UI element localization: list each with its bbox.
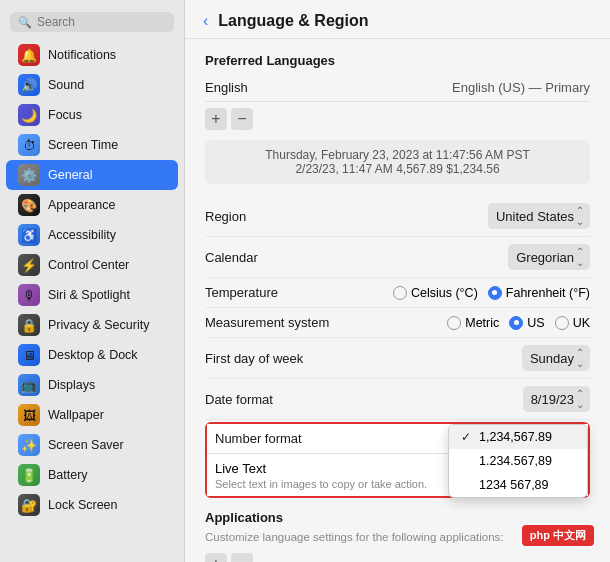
wallpaper-icon: 🖼 [18, 404, 40, 426]
firstday-chevron-icon: ⌃⌄ [576, 347, 584, 369]
checkmark-icon: ✓ [461, 430, 473, 444]
temperature-radio-group: Celsius (°C) Fahrenheit (°F) [393, 286, 590, 300]
accessibility-icon: ♿ [18, 224, 40, 246]
lang-remove-button[interactable]: − [231, 108, 253, 130]
dateformat-select[interactable]: 8/19/23 ⌃⌄ [523, 386, 590, 412]
us-label: US [527, 316, 544, 330]
apps-add-button[interactable]: + [205, 553, 227, 562]
date-preview: Thursday, February 23, 2023 at 11:47:56 … [205, 140, 590, 184]
sidebar: 🔍 🔔Notifications🔊Sound🌙Focus⏱Screen Time… [0, 0, 185, 562]
firstday-value: Sunday [530, 351, 574, 366]
sidebar-item-battery[interactable]: 🔋Battery [6, 460, 178, 490]
siri-icon: 🎙 [18, 284, 40, 306]
sidebar-label-battery: Battery [48, 468, 88, 482]
number-format-dropdown[interactable]: ✓ 1,234,567.89 1.234.567,89 1234 567,89 [448, 424, 588, 498]
sidebar-label-wallpaper: Wallpaper [48, 408, 104, 422]
notifications-icon: 🔔 [18, 44, 40, 66]
preferred-languages-title: Preferred Languages [205, 53, 590, 68]
sidebar-item-displays[interactable]: 📺Displays [6, 370, 178, 400]
sidebar-item-general[interactable]: ⚙️General [6, 160, 178, 190]
dateformat-label: Date format [205, 392, 273, 407]
region-select[interactable]: United States ⌃⌄ [488, 203, 590, 229]
search-input[interactable] [37, 15, 166, 29]
calendar-chevron-icon: ⌃⌄ [576, 246, 584, 268]
celsius-option[interactable]: Celsius (°C) [393, 286, 478, 300]
search-bar[interactable]: 🔍 [10, 12, 174, 32]
screensaver-icon: ✨ [18, 434, 40, 456]
dateformat-row: Date format 8/19/23 ⌃⌄ [205, 379, 590, 420]
sidebar-item-lockscreen[interactable]: 🔐Lock Screen [6, 490, 178, 520]
measurement-row: Measurement system Metric US UK [205, 308, 590, 338]
number-format-label: Number format [215, 431, 302, 446]
sidebar-label-general: General [48, 168, 92, 182]
live-text-label: Live Text [215, 461, 266, 476]
us-option[interactable]: US [509, 316, 544, 330]
language-label: English [205, 80, 248, 95]
language-value: English (US) — Primary [452, 80, 590, 95]
sidebar-item-notifications[interactable]: 🔔Notifications [6, 40, 178, 70]
lang-add-button[interactable]: + [205, 108, 227, 130]
fahrenheit-radio[interactable] [488, 286, 502, 300]
celsius-label: Celsius (°C) [411, 286, 478, 300]
apps-plus-minus: + − [205, 553, 590, 562]
sidebar-label-appearance: Appearance [48, 198, 115, 212]
watermark: php 中文网 [522, 525, 594, 546]
back-button[interactable]: ‹ [201, 12, 210, 30]
region-chevron-icon: ⌃⌄ [576, 205, 584, 227]
main-content: ‹ Language & Region Preferred Languages … [185, 0, 610, 562]
number-option-2[interactable]: 1.234.567,89 [449, 449, 587, 473]
number-option-3[interactable]: 1234 567,89 [449, 473, 587, 497]
sidebar-item-screensaver[interactable]: ✨Screen Saver [6, 430, 178, 460]
dateformat-chevron-icon: ⌃⌄ [576, 388, 584, 410]
sidebar-item-accessibility[interactable]: ♿Accessibility [6, 220, 178, 250]
calendar-label: Calendar [205, 250, 258, 265]
number-option-3-label: 1234 567,89 [479, 478, 549, 492]
sidebar-item-siri[interactable]: 🎙Siri & Spotlight [6, 280, 178, 310]
sidebar-item-sound[interactable]: 🔊Sound [6, 70, 178, 100]
celsius-radio[interactable] [393, 286, 407, 300]
date-preview-line2: 2/23/23, 11:47 AM 4,567.89 $1,234.56 [217, 162, 578, 176]
calendar-select[interactable]: Gregorian ⌃⌄ [508, 244, 590, 270]
us-radio[interactable] [509, 316, 523, 330]
sidebar-item-wallpaper[interactable]: 🖼Wallpaper [6, 400, 178, 430]
content-body: Preferred Languages English English (US)… [185, 39, 610, 562]
uk-radio[interactable] [555, 316, 569, 330]
number-option-2-label: 1.234.567,89 [479, 454, 552, 468]
general-icon: ⚙️ [18, 164, 40, 186]
fahrenheit-option[interactable]: Fahrenheit (°F) [488, 286, 590, 300]
displays-icon: 📺 [18, 374, 40, 396]
measurement-radio-group: Metric US UK [447, 316, 590, 330]
metric-label: Metric [465, 316, 499, 330]
metric-radio[interactable] [447, 316, 461, 330]
date-preview-line1: Thursday, February 23, 2023 at 11:47:56 … [217, 148, 578, 162]
calendar-row: Calendar Gregorian ⌃⌄ [205, 237, 590, 278]
number-option-1[interactable]: ✓ 1,234,567.89 [449, 425, 587, 449]
sidebar-label-sound: Sound [48, 78, 84, 92]
page-title: Language & Region [218, 12, 368, 30]
apps-remove-button[interactable]: − [231, 553, 253, 562]
fahrenheit-label: Fahrenheit (°F) [506, 286, 590, 300]
sidebar-label-controlcenter: Control Center [48, 258, 129, 272]
firstday-row: First day of week Sunday ⌃⌄ [205, 338, 590, 379]
sidebar-item-appearance[interactable]: 🎨Appearance [6, 190, 178, 220]
uk-option[interactable]: UK [555, 316, 590, 330]
metric-option[interactable]: Metric [447, 316, 499, 330]
appearance-icon: 🎨 [18, 194, 40, 216]
firstday-select[interactable]: Sunday ⌃⌄ [522, 345, 590, 371]
temperature-row: Temperature Celsius (°C) Fahrenheit (°F) [205, 278, 590, 308]
sidebar-label-desktop: Desktop & Dock [48, 348, 138, 362]
sidebar-item-desktop[interactable]: 🖥Desktop & Dock [6, 340, 178, 370]
region-row: Region United States ⌃⌄ [205, 196, 590, 237]
battery-icon: 🔋 [18, 464, 40, 486]
sidebar-item-controlcenter[interactable]: ⚡Control Center [6, 250, 178, 280]
sidebar-item-screentime[interactable]: ⏱Screen Time [6, 130, 178, 160]
sidebar-label-notifications: Notifications [48, 48, 116, 62]
sidebar-label-privacy: Privacy & Security [48, 318, 149, 332]
region-label: Region [205, 209, 246, 224]
sidebar-label-screentime: Screen Time [48, 138, 118, 152]
sidebar-item-privacy[interactable]: 🔒Privacy & Security [6, 310, 178, 340]
controlcenter-icon: ⚡ [18, 254, 40, 276]
sidebar-item-focus[interactable]: 🌙Focus [6, 100, 178, 130]
measurement-label: Measurement system [205, 315, 329, 330]
sidebar-label-screensaver: Screen Saver [48, 438, 124, 452]
